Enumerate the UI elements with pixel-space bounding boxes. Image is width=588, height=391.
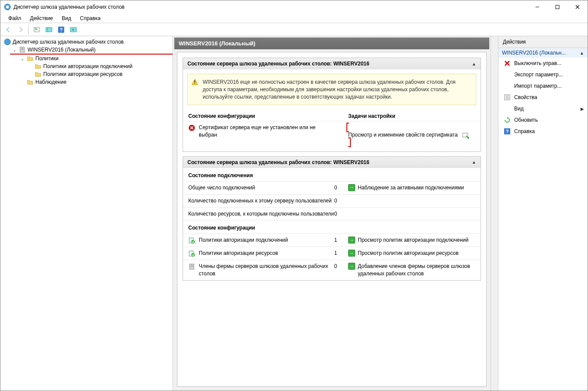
cert-status-text: Сертификат сервера еще не установлен или… xyxy=(199,124,334,139)
tree-root-label: Диспетчер шлюза удаленных рабочих столов xyxy=(13,39,124,45)
task-text: Просмотр политик авторизации ресурсов xyxy=(358,250,459,257)
cfg-row-0: Политики авторизации подключений 1 →Прос… xyxy=(183,233,481,247)
vertical-scrollbar[interactable] xyxy=(491,36,498,391)
tree-res-auth-policies[interactable]: Политики авторизации ресурсов xyxy=(26,70,173,78)
svg-rect-3 xyxy=(556,5,559,9)
action-properties[interactable]: Свойства xyxy=(498,92,588,103)
warning-text: WINSERV2016 еще не полностью настроен в … xyxy=(203,79,456,100)
section1-header[interactable]: Состояние сервера шлюза удаленных рабочи… xyxy=(183,58,481,69)
maximize-button[interactable] xyxy=(547,0,567,14)
help-toolbar-button[interactable]: ? xyxy=(56,24,66,35)
svg-rect-7 xyxy=(46,27,52,32)
menu-help[interactable]: Справка xyxy=(76,14,105,22)
task-link[interactable]: →Наблюдение за активными подключениями xyxy=(348,184,475,192)
tree-root[interactable]: Диспетчер шлюза удаленных рабочих столов xyxy=(2,38,173,46)
warning-box: ! WINSERV2016 еще не полностью настроен … xyxy=(187,74,476,105)
policy-ok-icon xyxy=(188,237,195,244)
actions-group-header[interactable]: WINSERV2016 (Локальн... ▲ xyxy=(498,48,588,58)
task-text: Наблюдение за активными подключениями xyxy=(358,184,464,192)
task-link[interactable]: →Просмотр политик авторизации ресурсов xyxy=(348,250,475,257)
action-label: Импорт параметр... xyxy=(514,83,562,89)
arrow-right-icon: → xyxy=(348,184,355,191)
section2-title: Состояние сервера шлюза удаленных рабочи… xyxy=(187,159,369,165)
cert-task-highlight: Просмотр и изменение свойств сертификата xyxy=(346,123,475,147)
section2-header[interactable]: Состояние сервера шлюза удаленных рабочи… xyxy=(183,157,481,168)
cfg-row-1: Политики авторизации ресурсов 1 →Просмот… xyxy=(183,247,481,260)
tree-conn-auth-label: Политики авторизации подключений xyxy=(43,63,132,69)
toolbar-btn-2[interactable] xyxy=(44,24,54,35)
svg-text:?: ? xyxy=(506,129,509,134)
row-value: 1 xyxy=(334,250,348,257)
svg-point-21 xyxy=(467,137,469,139)
row-value: 0 xyxy=(334,263,348,270)
conn-row-0: Общее число подключений 0 →Наблюдение за… xyxy=(183,181,481,194)
action-label: Справка xyxy=(514,128,535,134)
toolbar-btn-4[interactable] xyxy=(68,24,79,35)
row-label: Количество подключенных к этому серверу … xyxy=(188,197,332,205)
tree-conn-auth-policies[interactable]: Политики авторизации подключений xyxy=(26,62,173,70)
back-button[interactable] xyxy=(3,24,14,35)
col-config-header: Состояние конфигурации xyxy=(188,113,334,119)
action-view[interactable]: Вид ▶ xyxy=(498,103,588,114)
minimize-button[interactable] xyxy=(527,0,547,14)
status-section-2: Состояние сервера шлюза удаленных рабочи… xyxy=(183,156,481,281)
svg-point-12 xyxy=(4,39,10,45)
folder-icon xyxy=(27,79,34,86)
section1-title: Состояние сервера шлюза удаленных рабочи… xyxy=(187,61,369,67)
expand-toggle-icon[interactable]: ⌄ xyxy=(12,47,17,52)
actions-title: Действия xyxy=(498,36,588,48)
close-button[interactable] xyxy=(567,0,588,14)
action-export[interactable]: Экспорт параметр... xyxy=(498,69,588,80)
conn-row-2: Количество ресурсов, к которым подключен… xyxy=(183,207,481,220)
details-body[interactable]: Состояние сервера шлюза удаленных рабочи… xyxy=(177,52,487,387)
refresh-icon xyxy=(504,117,511,123)
menu-file[interactable]: Файл xyxy=(4,14,26,22)
cert-task-link[interactable]: Просмотр и изменение свойств сертификата xyxy=(348,131,475,139)
blank-icon xyxy=(504,82,511,89)
toolbar: ? xyxy=(0,23,588,36)
action-label: Обновить xyxy=(514,117,538,123)
actions-group-label: WINSERV2016 (Локальн... xyxy=(502,50,566,56)
arrow-right-icon: → xyxy=(348,237,355,244)
action-label: Свойства xyxy=(514,94,537,100)
action-refresh[interactable]: Обновить xyxy=(498,114,588,126)
tree-server[interactable]: ⌄ WINSERV2016 (Локальный) xyxy=(10,46,173,55)
collapse-icon: ▲ xyxy=(472,160,476,165)
toolbar-btn-1[interactable] xyxy=(31,24,42,35)
action-disable[interactable]: Выключить управ... xyxy=(498,58,588,69)
arrow-right-icon: → xyxy=(348,263,355,270)
spacer xyxy=(28,72,33,77)
blank-icon xyxy=(504,105,511,112)
server-farm-icon xyxy=(188,263,195,270)
menu-bar: Файл Действие Вид Справка xyxy=(0,14,588,23)
properties-icon xyxy=(504,94,511,101)
menu-action[interactable]: Действие xyxy=(26,14,58,22)
action-label: Экспорт параметр... xyxy=(514,72,563,78)
row-label: Количество ресурсов, к которым подключен… xyxy=(188,210,334,218)
details-pane: WINSERV2016 (Локальный) Состояние сервер… xyxy=(173,36,498,391)
forward-button[interactable] xyxy=(15,24,26,35)
svg-text:?: ? xyxy=(60,27,63,32)
tree-monitoring-label: Наблюдение xyxy=(35,79,66,85)
cfg-state-header: Состояние конфигурации xyxy=(183,220,481,233)
task-link[interactable]: →Просмотр политик авторизации подключени… xyxy=(348,237,475,244)
spacer xyxy=(28,64,33,69)
row-value: 0 xyxy=(334,184,348,192)
task-link[interactable]: →Добавление членов фермы серверов шлюзов… xyxy=(348,263,475,278)
task-text: Просмотр политик авторизации подключений xyxy=(358,237,469,244)
tree-policies[interactable]: ⌄ Политики xyxy=(18,55,173,62)
policy-ok-icon xyxy=(188,250,195,257)
expand-toggle-icon[interactable]: ⌄ xyxy=(20,56,25,61)
menu-view[interactable]: Вид xyxy=(57,14,76,22)
tree-monitoring[interactable]: Наблюдение xyxy=(18,78,173,86)
help-icon: ? xyxy=(504,128,511,135)
row-value: 0 xyxy=(334,210,348,218)
task-text: Добавление членов фермы серверов шлюзов … xyxy=(358,263,475,278)
action-import[interactable]: Импорт параметр... xyxy=(498,80,588,92)
action-help[interactable]: ? Справка xyxy=(498,126,588,137)
conn-state-header: Состояние подключения xyxy=(183,168,481,181)
content-area: Диспетчер шлюза удаленных рабочих столов… xyxy=(0,36,588,391)
folder-icon xyxy=(27,55,34,62)
tree-pane[interactable]: Диспетчер шлюза удаленных рабочих столов… xyxy=(0,36,173,391)
col-tasks-header: Задачи настройки xyxy=(348,113,475,119)
